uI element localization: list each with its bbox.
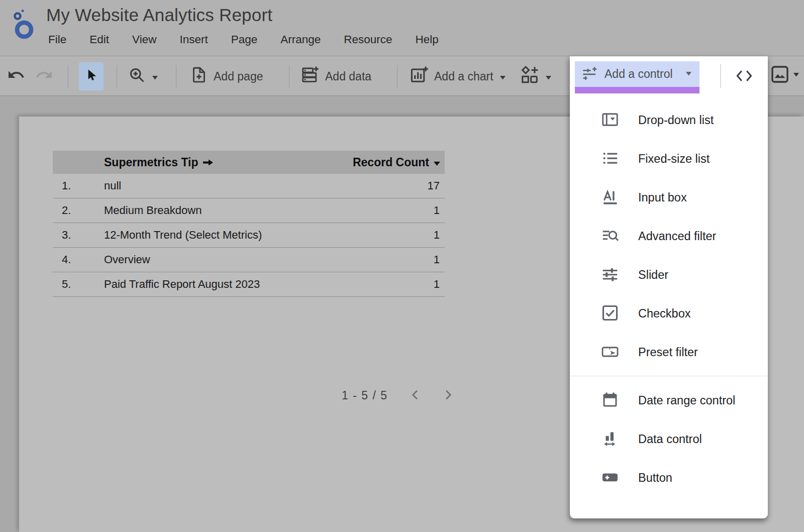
insert-image-icon: [770, 64, 790, 86]
menu-item-button[interactable]: Button: [570, 459, 768, 497]
zoom-icon: [128, 66, 146, 87]
menu-item-advanced-filter[interactable]: Advanced filter: [570, 217, 768, 256]
table-row: 4. Overview 1: [53, 248, 445, 272]
fixed-size-list-icon: [601, 149, 638, 169]
caret-down-icon: [433, 156, 441, 169]
menu-insert[interactable]: Insert: [179, 33, 208, 46]
menu-item-label: Data control: [638, 433, 702, 446]
input-box-icon: [601, 188, 638, 208]
slider-icon: [601, 265, 638, 285]
menu-item-date-range-control[interactable]: Date range control: [570, 381, 768, 420]
row-metric: 1: [434, 204, 445, 217]
menu-help[interactable]: Help: [416, 33, 439, 46]
row-index: 1.: [53, 179, 104, 192]
menu-item-label: Checkbox: [638, 307, 691, 321]
toolbar-separator: [68, 65, 68, 88]
menu-edit[interactable]: Edit: [89, 33, 109, 46]
table-pagination: 1 - 5 / 5: [342, 388, 473, 403]
undo-icon: [7, 66, 25, 87]
menu-item-label: Input box: [638, 191, 687, 204]
add-page-icon: [190, 66, 208, 87]
add-chart-icon: [410, 65, 429, 87]
add-data-button[interactable]: Add data: [300, 62, 371, 90]
add-page-label: Add page: [214, 70, 263, 83]
report-title[interactable]: My Website Analytics Report: [46, 5, 272, 25]
menu-item-checkbox[interactable]: Checkbox: [570, 294, 768, 333]
chevron-right-icon: [441, 396, 455, 403]
menu-view[interactable]: View: [132, 33, 156, 46]
menu-item-label: Fixed-size list: [638, 152, 710, 166]
row-dimension: Medium Breakdown: [104, 204, 434, 217]
control-menu-list: Drop-down list Fixed-size list Input box…: [570, 101, 768, 497]
menu-item-label: Preset filter: [638, 346, 698, 359]
data-table[interactable]: Supermetrics Tip Record Count 1. null 17…: [53, 151, 445, 297]
metric-header-label: Record Count: [353, 156, 429, 169]
redo-icon: [35, 66, 53, 87]
row-index: 5.: [53, 278, 104, 291]
chevron-down-icon: [545, 70, 552, 83]
row-metric: 17: [428, 179, 445, 192]
add-control-dropdown: Add a control Drop-down list Fixed-size …: [570, 56, 768, 518]
chevron-down-icon: [792, 71, 800, 79]
menu-item-input-box[interactable]: Input box: [570, 178, 768, 217]
menu-item-label: Date range control: [638, 394, 735, 407]
toolbar-separator: [397, 65, 397, 88]
menu-item-drop-down-list[interactable]: Drop-down list: [570, 101, 768, 140]
table-row: 3. 12-Month Trend (Select Metrics) 1: [53, 223, 445, 248]
app-header: My Website Analytics Report File Edit Vi…: [0, 0, 804, 56]
data-control-icon: [601, 430, 638, 450]
insert-image-button[interactable]: [770, 64, 800, 86]
advanced-filter-icon: [601, 227, 638, 247]
row-dimension: null: [104, 179, 428, 192]
arrow-right-icon: [203, 156, 214, 169]
embed-code-icon: [733, 67, 755, 86]
menu-page[interactable]: Page: [231, 33, 258, 46]
toolbar-separator: [117, 65, 117, 88]
pagination-range-label: 1 - 5 / 5: [342, 389, 387, 402]
menu-arrange[interactable]: Arrange: [280, 33, 321, 46]
chevron-down-icon: [685, 70, 692, 78]
menu-item-label: Advanced filter: [638, 230, 716, 243]
preset-filter-icon: [601, 343, 638, 363]
add-control-label: Add a control: [605, 67, 673, 81]
menu-item-slider[interactable]: Slider: [570, 256, 768, 294]
menu-bar: File Edit View Insert Page Arrange Resou…: [48, 33, 439, 46]
chevron-left-icon: [409, 396, 423, 403]
zoom-tool-button[interactable]: [128, 62, 159, 90]
add-chart-label: Add a chart: [434, 70, 493, 83]
dimension-column-header[interactable]: Supermetrics Tip: [104, 156, 214, 169]
menu-resource[interactable]: Resource: [344, 33, 392, 46]
menu-item-label: Slider: [638, 268, 668, 282]
menu-item-label: Drop-down list: [638, 114, 714, 127]
menu-item-label: Button: [638, 471, 672, 485]
select-tool-button[interactable]: [79, 62, 104, 90]
add-chart-button[interactable]: Add a chart: [410, 62, 507, 90]
add-data-label: Add data: [325, 70, 371, 83]
menu-item-fixed-size-list[interactable]: Fixed-size list: [570, 140, 768, 178]
looker-studio-logo-icon[interactable]: [11, 8, 36, 41]
menu-item-data-control[interactable]: Data control: [570, 420, 768, 459]
table-row: 2. Medium Breakdown 1: [53, 198, 445, 223]
date-range-icon: [601, 391, 638, 411]
chevron-down-icon: [499, 70, 507, 83]
table-row: 5. Paid Traffic Report August 2023 1: [53, 272, 445, 297]
row-dimension: Paid Traffic Report August 2023: [104, 278, 434, 291]
button-icon: [601, 468, 638, 488]
menu-file[interactable]: File: [48, 33, 66, 46]
add-data-icon: [300, 65, 320, 87]
menu-divider: [570, 376, 768, 376]
select-cursor-icon: [84, 68, 99, 85]
insert-shapes-icon: [520, 65, 539, 87]
row-dimension: Overview: [104, 253, 434, 266]
undo-button[interactable]: [7, 62, 25, 90]
insert-shapes-button[interactable]: [520, 62, 552, 90]
redo-button[interactable]: [35, 62, 53, 90]
metric-column-header[interactable]: Record Count: [353, 156, 441, 169]
menu-item-preset-filter[interactable]: Preset filter: [570, 333, 768, 372]
row-metric: 1: [434, 229, 445, 242]
add-page-button[interactable]: Add page: [190, 62, 263, 90]
embed-code-button[interactable]: [729, 66, 760, 87]
pagination-next-button[interactable]: [441, 388, 455, 403]
pagination-prev-button[interactable]: [409, 388, 423, 403]
add-control-button[interactable]: Add a control: [575, 61, 699, 87]
